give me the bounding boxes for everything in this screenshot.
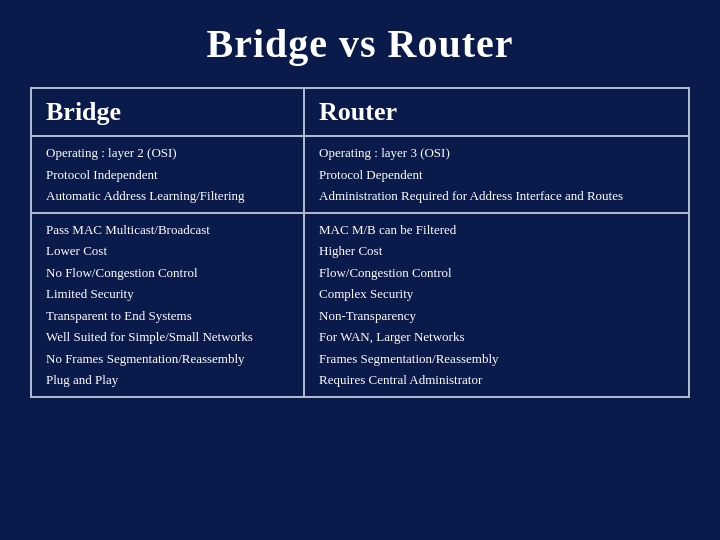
bridge-item-10: No Frames Segmentation/Reassembly (46, 349, 289, 369)
bridge-item-1: Operating : layer 2 (OSI) (46, 143, 289, 163)
bridge-item-8: Transparent to End Systems (46, 306, 289, 326)
bridge-top-content: Operating : layer 2 (OSI) Protocol Indep… (46, 143, 289, 206)
table-row-bottom: Pass MAC Multicast/Broadcast Lower Cost … (31, 213, 689, 397)
bridge-item-6: No Flow/Congestion Control (46, 263, 289, 283)
bridge-item-7: Limited Security (46, 284, 289, 304)
bridge-item-5: Lower Cost (46, 241, 289, 261)
router-item-3: Administration Required for Address Inte… (319, 186, 674, 206)
router-item-11: Requires Central Administrator (319, 370, 674, 390)
router-item-8: Non-Transparency (319, 306, 674, 326)
router-top-cell: Operating : layer 3 (OSI) Protocol Depen… (304, 136, 689, 213)
router-item-1: Operating : layer 3 (OSI) (319, 143, 674, 163)
bridge-item-9: Well Suited for Simple/Small Networks (46, 327, 289, 347)
bridge-item-11: Plug and Play (46, 370, 289, 390)
bridge-header: Bridge (31, 88, 304, 136)
comparison-table: Bridge Router Operating : layer 2 (OSI) … (30, 87, 690, 398)
bridge-top-cell: Operating : layer 2 (OSI) Protocol Indep… (31, 136, 304, 213)
router-bottom-content: MAC M/B can be Filtered Higher Cost Flow… (319, 220, 674, 390)
router-item-10: Frames Segmentation/Reassembly (319, 349, 674, 369)
page-title: Bridge vs Router (206, 20, 513, 67)
router-item-4: MAC M/B can be Filtered (319, 220, 674, 240)
router-item-6: Flow/Congestion Control (319, 263, 674, 283)
router-item-2: Protocol Dependent (319, 165, 674, 185)
bridge-item-3: Automatic Address Learning/Filtering (46, 186, 289, 206)
bridge-bottom-cell: Pass MAC Multicast/Broadcast Lower Cost … (31, 213, 304, 397)
router-top-content: Operating : layer 3 (OSI) Protocol Depen… (319, 143, 674, 206)
router-item-7: Complex Security (319, 284, 674, 304)
table-row-top: Operating : layer 2 (OSI) Protocol Indep… (31, 136, 689, 213)
router-header: Router (304, 88, 689, 136)
bridge-item-4: Pass MAC Multicast/Broadcast (46, 220, 289, 240)
bridge-item-2: Protocol Independent (46, 165, 289, 185)
router-item-5: Higher Cost (319, 241, 674, 261)
router-item-9: For WAN, Larger Networks (319, 327, 674, 347)
bridge-bottom-content: Pass MAC Multicast/Broadcast Lower Cost … (46, 220, 289, 390)
router-bottom-cell: MAC M/B can be Filtered Higher Cost Flow… (304, 213, 689, 397)
